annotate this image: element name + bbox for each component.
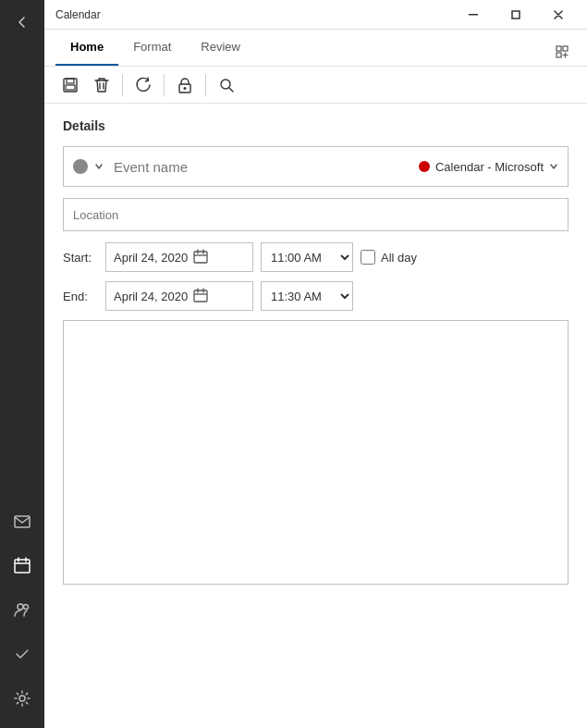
- sidebar-bottom: [0, 676, 44, 721]
- notes-textarea[interactable]: [64, 321, 568, 580]
- svg-rect-0: [15, 516, 30, 527]
- calendar-chevron: [549, 162, 558, 171]
- location-input[interactable]: [73, 208, 558, 222]
- sidebar-nav: [0, 499, 44, 676]
- start-label: Start:: [63, 251, 98, 265]
- save-button[interactable]: [55, 70, 85, 100]
- titlebar: Calendar: [44, 0, 587, 30]
- toolbar-separator-2: [164, 74, 165, 96]
- sidebar-item-people[interactable]: [0, 587, 44, 632]
- svg-rect-6: [512, 11, 520, 19]
- start-time-select[interactable]: 11:00 AM 11:30 AM 12:00 PM 12:30 PM: [261, 242, 353, 272]
- tab-format[interactable]: Format: [118, 29, 186, 66]
- end-label: End:: [63, 290, 98, 303]
- event-name-input[interactable]: [106, 159, 419, 175]
- delete-button[interactable]: [87, 70, 116, 100]
- toolbar-separator-1: [122, 74, 123, 96]
- svg-point-3: [24, 605, 29, 610]
- tab-review[interactable]: Review: [186, 29, 255, 66]
- svg-point-15: [221, 80, 230, 89]
- event-name-row: Calendar - Microsoft: [63, 146, 569, 187]
- section-title: Details: [63, 118, 569, 133]
- main-panel: Calendar Home Format Review: [44, 0, 587, 728]
- status-chevron[interactable]: [92, 159, 106, 174]
- end-date-field[interactable]: April 24, 2020: [105, 281, 253, 311]
- toolbar: [44, 67, 587, 104]
- svg-rect-5: [469, 14, 478, 16]
- minimize-button[interactable]: [452, 0, 495, 30]
- tab-home[interactable]: Home: [55, 29, 118, 66]
- sidebar: [0, 0, 44, 728]
- start-calendar-icon[interactable]: [193, 249, 208, 266]
- start-date-field[interactable]: April 24, 2020: [105, 242, 253, 272]
- content-area: Details Calendar - Microsoft Start: Apri…: [44, 104, 587, 728]
- svg-rect-16: [194, 252, 207, 263]
- back-button[interactable]: [0, 0, 44, 44]
- svg-point-14: [184, 87, 187, 90]
- calendar-dot: [419, 161, 430, 172]
- sidebar-item-tasks[interactable]: [0, 632, 44, 676]
- allday-label: All day: [381, 251, 417, 265]
- svg-point-2: [18, 604, 23, 610]
- start-date-value: April 24, 2020: [114, 251, 188, 265]
- location-row: [63, 198, 569, 231]
- close-button[interactable]: [537, 0, 580, 30]
- maximize-button[interactable]: [495, 0, 537, 30]
- status-circle[interactable]: [73, 159, 88, 174]
- end-date-row: End: April 24, 2020 11:30 AM 12:00 PM 12…: [63, 281, 569, 311]
- sidebar-item-mail[interactable]: [0, 499, 44, 543]
- calendar-selector[interactable]: Calendar - Microsoft: [419, 160, 558, 174]
- end-time-select[interactable]: 11:30 AM 12:00 PM 12:30 PM 1:00 PM: [261, 281, 353, 311]
- svg-rect-8: [563, 46, 568, 51]
- svg-rect-12: [66, 85, 75, 90]
- svg-rect-1: [15, 560, 30, 573]
- end-date-value: April 24, 2020: [114, 290, 188, 303]
- refresh-button[interactable]: [128, 70, 158, 100]
- tab-bar: Home Format Review: [44, 30, 587, 67]
- svg-point-4: [19, 696, 25, 701]
- sidebar-item-calendar[interactable]: [0, 543, 44, 587]
- window-title: Calendar: [52, 8, 452, 21]
- window-controls: [452, 0, 580, 30]
- svg-rect-11: [67, 79, 74, 83]
- end-calendar-icon[interactable]: [193, 288, 208, 305]
- svg-rect-9: [556, 53, 561, 57]
- notes-area[interactable]: [63, 320, 569, 585]
- sidebar-item-settings[interactable]: [0, 676, 44, 721]
- svg-rect-17: [194, 290, 207, 302]
- allday-row: All day: [361, 250, 417, 265]
- allday-checkbox[interactable]: [361, 250, 375, 265]
- expand-button[interactable]: [548, 38, 576, 66]
- toolbar-separator-3: [205, 74, 206, 96]
- svg-rect-7: [556, 46, 561, 51]
- lock-button[interactable]: [170, 70, 200, 100]
- calendar-name: Calendar - Microsoft: [435, 160, 544, 174]
- search-button[interactable]: [212, 70, 241, 100]
- start-date-row: Start: April 24, 2020 11:00 AM 11:30 AM …: [63, 242, 569, 272]
